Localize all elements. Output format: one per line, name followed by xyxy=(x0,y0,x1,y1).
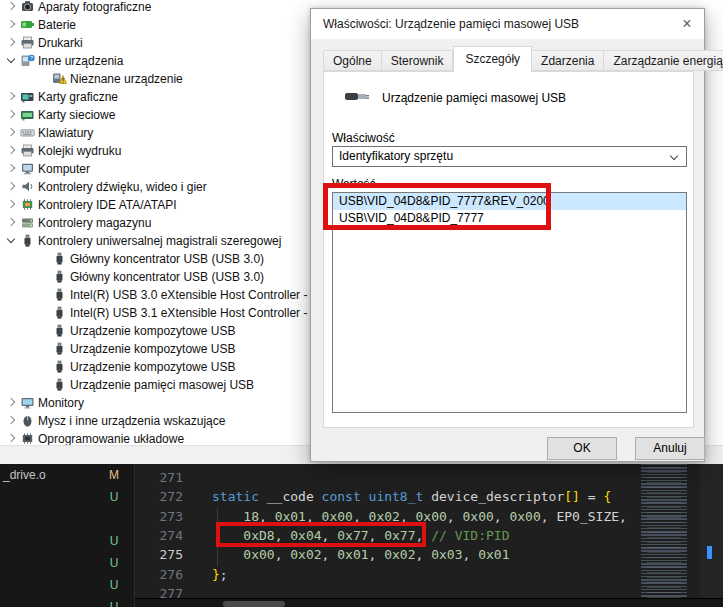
line-number: 275 xyxy=(135,545,183,564)
code-token: 0x00 xyxy=(243,547,274,562)
code-token: 0x02 xyxy=(290,547,321,562)
chevron-right-icon[interactable] xyxy=(7,200,15,208)
ok-button[interactable]: OK xyxy=(547,437,617,460)
code-token: , xyxy=(275,547,291,562)
code-token xyxy=(423,489,431,504)
minimap[interactable] xyxy=(639,464,697,607)
code-token: , xyxy=(416,528,432,543)
code-line[interactable]: 18, 0x01, 0x00, 0x02, 0x00, 0x00, 0x00, … xyxy=(212,507,627,526)
code-line[interactable]: 0xD8, 0x04, 0x77, 0x77, // VID:PID xyxy=(212,526,509,545)
property-select[interactable]: Identyfikatory sprzętu xyxy=(332,146,687,167)
code-token: 0x00 xyxy=(322,509,353,524)
tab-szczegóły[interactable]: Szczegóły xyxy=(453,46,532,72)
git-status-badge: M xyxy=(104,464,124,486)
explorer-row[interactable]: U xyxy=(0,552,135,574)
chevron-right-icon[interactable] xyxy=(7,434,15,442)
code-token: { xyxy=(603,489,611,504)
git-status-badge: U xyxy=(104,486,124,508)
code-token xyxy=(314,489,322,504)
chip-icon xyxy=(20,197,35,212)
code-token: [] xyxy=(564,489,580,504)
tree-item-label: Monitory xyxy=(38,396,84,410)
code-token: , xyxy=(369,528,385,543)
tree-item-label: Kontrolery magazynu xyxy=(38,216,151,230)
value-list[interactable]: USB\VID_04D8&PID_7777&REV_0200USB\VID_04… xyxy=(332,192,687,413)
tree-item-label: Kontrolery dźwięku, wideo i gier xyxy=(38,180,207,194)
editor-scrollbar[interactable] xyxy=(700,464,723,607)
file-explorer[interactable]: _drive.oMUUUUU xyxy=(0,464,135,607)
explorer-row[interactable] xyxy=(0,508,135,530)
explorer-row[interactable]: U xyxy=(0,596,135,607)
tree-item-label: Mysz i inne urządzenia wskazujące xyxy=(38,414,225,428)
tab-zarządzanie-energią[interactable]: Zarządzanie energią xyxy=(604,50,723,71)
property-label: Właściwość xyxy=(332,131,395,145)
tab-ogólne[interactable]: Ogólne xyxy=(323,50,382,71)
git-status-badge: U xyxy=(104,574,124,596)
chevron-down-icon[interactable] xyxy=(7,55,15,63)
chevron-right-icon[interactable] xyxy=(7,182,15,190)
usb-icon xyxy=(52,359,67,374)
value-list-item[interactable]: USB\VID_04D8&PID_7777&REV_0200 xyxy=(333,193,686,210)
chevron-right-icon[interactable] xyxy=(7,2,15,10)
chevron-right-icon[interactable] xyxy=(7,20,15,28)
code-token: , xyxy=(275,528,291,543)
tree-item-label: Urządzenie pamięci masowej USB xyxy=(70,378,254,392)
chevron-right-icon[interactable] xyxy=(7,416,15,424)
tree-item-label: Intel(R) USB 3.1 eXtensible Host Control… xyxy=(70,306,317,320)
dialog-tabs: OgólneSterownikSzczegółyZdarzeniaZarządz… xyxy=(323,48,723,71)
chevron-right-icon[interactable] xyxy=(7,128,15,136)
printer-icon xyxy=(20,35,35,50)
code-token: 0x01 xyxy=(337,547,368,562)
code-token: , xyxy=(306,509,322,524)
tree-item-label: Urządzenie kompozytowe USB xyxy=(70,342,235,356)
tree-item-label: Aparaty fotograficzne xyxy=(38,0,151,14)
close-icon[interactable]: × xyxy=(676,13,698,35)
git-status-badge: U xyxy=(104,596,124,607)
horizontal-scrollbar-thumb[interactable] xyxy=(223,601,285,607)
chevron-right-icon[interactable] xyxy=(7,92,15,100)
properties-dialog: Właściwości: Urządzenie pamięci masowej … xyxy=(310,8,705,462)
chevron-right-icon[interactable] xyxy=(7,110,15,118)
tab-zdarzenia[interactable]: Zdarzenia xyxy=(532,50,604,71)
cancel-button[interactable]: Anuluj xyxy=(635,437,705,460)
chevron-right-icon[interactable] xyxy=(7,164,15,172)
network-icon xyxy=(20,107,35,122)
code-token: __code xyxy=(267,489,314,504)
chevron-down-icon[interactable] xyxy=(7,235,15,243)
storage-icon xyxy=(20,215,35,230)
dialog-titlebar[interactable]: Właściwości: Urządzenie pamięci masowej … xyxy=(311,9,704,39)
code-token: , xyxy=(400,509,416,524)
code-token: , xyxy=(322,547,338,562)
code-line[interactable]: }; xyxy=(212,565,228,584)
code-token: , xyxy=(322,528,338,543)
gpu-icon xyxy=(20,89,35,104)
code-editor[interactable]: _drive.oMUUUUU 271272static __code const… xyxy=(0,464,723,607)
explorer-row[interactable]: U xyxy=(0,574,135,596)
code-line[interactable]: static __code const uint8_t device_descr… xyxy=(212,487,611,506)
tree-item-label: Kolejki wydruku xyxy=(38,144,121,158)
line-number: 272 xyxy=(135,487,183,506)
chevron-right-icon[interactable] xyxy=(7,146,15,154)
explorer-row[interactable]: _drive.oM xyxy=(0,464,135,486)
code-token: uint8_t xyxy=(369,489,424,504)
usb-icon xyxy=(52,341,67,356)
code-token: 0x00 xyxy=(509,509,540,524)
unknown-device-icon: ? xyxy=(20,53,35,68)
details-tab-page: Urządzenie pamięci masowej USB Właściwoś… xyxy=(323,71,694,428)
tree-item-label: Urządzenie kompozytowe USB xyxy=(70,324,235,338)
tree-item-label: Inne urządzenia xyxy=(38,54,123,68)
git-status-badge: U xyxy=(104,552,124,574)
value-list-item[interactable]: USB\VID_04D8&PID_7777 xyxy=(333,210,686,227)
chevron-right-icon[interactable] xyxy=(7,218,15,226)
explorer-row[interactable]: U xyxy=(0,486,135,508)
tab-sterownik[interactable]: Sterownik xyxy=(382,50,454,71)
value-label: Wartość xyxy=(332,177,376,191)
explorer-row[interactable]: U xyxy=(0,530,135,552)
usb-icon xyxy=(52,323,67,338)
chevron-right-icon[interactable] xyxy=(7,38,15,46)
code-token: = xyxy=(580,489,603,504)
line-number: 271 xyxy=(135,468,183,487)
chevron-right-icon[interactable] xyxy=(7,398,15,406)
tree-item-label: Główny koncentrator USB (USB 3.0) xyxy=(70,270,264,284)
code-line[interactable]: 0x00, 0x02, 0x01, 0x02, 0x03, 0x01 xyxy=(212,545,509,564)
